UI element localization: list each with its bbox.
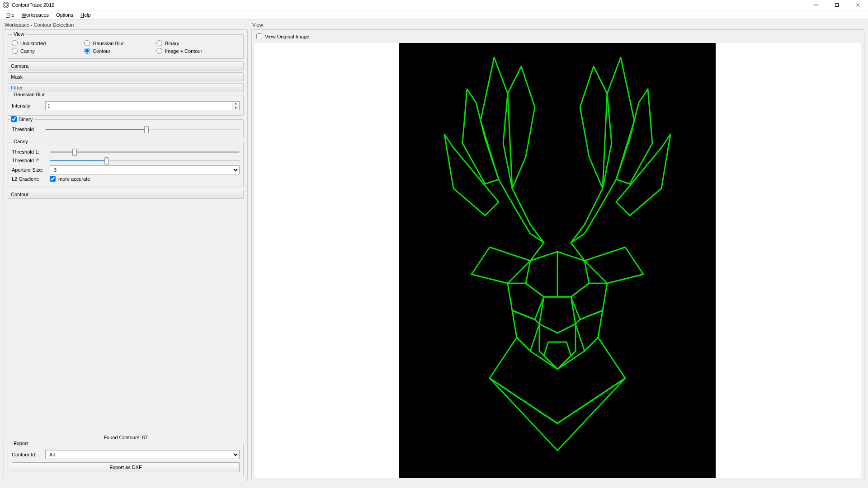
binary-checkbox[interactable] <box>11 116 17 122</box>
contour-id-label: Contour Id: <box>12 452 42 457</box>
intensity-label: Intensity: <box>12 103 42 108</box>
l2-label: L2 Gradient: <box>12 176 47 182</box>
view-original-checkbox[interactable] <box>256 33 262 39</box>
menu-options[interactable]: Options <box>52 11 77 19</box>
radio-contour[interactable]: Contour <box>84 47 156 55</box>
threshold-slider[interactable] <box>45 126 240 133</box>
threshold2-label: Threshold 2: <box>12 158 47 163</box>
export-dxf-button[interactable]: Export as DXF <box>12 462 240 472</box>
view-group-title: View <box>12 31 26 37</box>
section-mask[interactable]: Mask <box>8 72 244 81</box>
radio-image-contour[interactable]: Image + Contour <box>156 47 229 55</box>
intensity-up-icon[interactable]: ▲ <box>232 102 239 106</box>
radio-canny[interactable]: Canny <box>12 47 84 55</box>
intensity-spinner[interactable]: ▲▼ <box>45 101 240 110</box>
aperture-select[interactable]: 3 <box>50 165 240 174</box>
view-panel: View Original Image <box>251 29 864 481</box>
radio-gaussian[interactable]: Gaussian Blur <box>84 39 156 47</box>
contour-render <box>399 43 716 478</box>
menu-file[interactable]: File <box>3 11 18 19</box>
binary-group: Binary Threshold <box>8 119 244 138</box>
intensity-down-icon[interactable]: ▼ <box>232 106 239 110</box>
workspace-label: Workspace - Contour Detection <box>4 21 248 29</box>
maximize-button[interactable] <box>826 0 847 10</box>
gaussian-group: Gaussian Blur Intensity: ▲▼ <box>8 95 244 116</box>
menu-bar: File Workspaces Options Help <box>0 10 868 19</box>
view-original-checkbox-label[interactable]: View Original Image <box>256 33 859 39</box>
minimize-button[interactable] <box>806 0 826 10</box>
threshold1-label: Threshold 1: <box>12 149 47 155</box>
l2-checkbox-label[interactable]: more accurate <box>50 176 90 182</box>
app-icon <box>3 2 9 8</box>
gaussian-title: Gaussian Blur <box>12 92 47 97</box>
svg-rect-1 <box>835 4 839 7</box>
deer-contour-icon <box>440 53 675 469</box>
menu-workspaces[interactable]: Workspaces <box>18 11 52 19</box>
view-label: View <box>251 21 864 29</box>
threshold-label: Threshold <box>12 127 42 132</box>
threshold1-slider[interactable] <box>50 148 240 155</box>
close-button[interactable] <box>847 0 868 10</box>
menu-help[interactable]: Help <box>77 11 94 19</box>
section-camera[interactable]: Camera <box>8 61 244 70</box>
workspace-panel: View Undistorted Gaussian Blur Binary Ca… <box>4 29 248 481</box>
view-group: View Undistorted Gaussian Blur Binary Ca… <box>8 34 244 59</box>
contour-id-select[interactable]: All <box>45 450 240 459</box>
aperture-label: Aperture Size: <box>12 167 47 173</box>
binary-title: Binary <box>10 116 34 122</box>
app-title: ContourTrace 2019 <box>12 2 806 8</box>
canny-title: Canny <box>12 139 30 144</box>
intensity-input[interactable] <box>46 102 232 110</box>
contour-area: Found Contours: 87 <box>8 201 244 443</box>
view-canvas <box>255 43 861 478</box>
export-group: Export Contour Id: All Export as DXF <box>8 444 244 476</box>
radio-binary[interactable]: Binary <box>156 39 229 47</box>
l2-checkbox[interactable] <box>50 176 56 182</box>
section-contour[interactable]: Contour <box>8 190 244 199</box>
radio-undistorted[interactable]: Undistorted <box>12 39 84 47</box>
export-title: Export <box>12 441 30 446</box>
title-bar: ContourTrace 2019 <box>0 0 868 10</box>
section-filter[interactable]: Filter <box>8 83 244 92</box>
canny-group: Canny Threshold 1: Threshold 2: Aperture… <box>8 142 244 187</box>
threshold2-slider[interactable] <box>50 157 240 164</box>
found-contours-text: Found Contours: 87 <box>104 435 147 440</box>
